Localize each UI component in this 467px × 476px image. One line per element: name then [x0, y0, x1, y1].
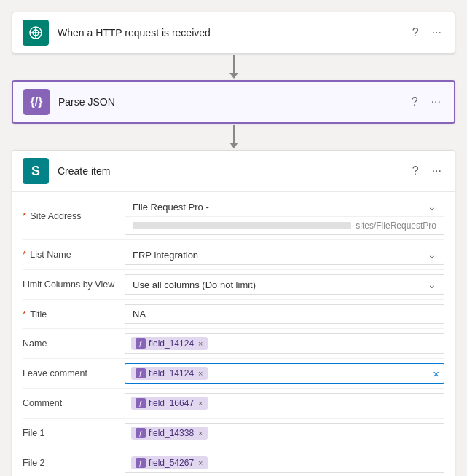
required-star-site: * [23, 211, 26, 221]
leave-comment-label: Leave comment [23, 368, 125, 378]
comment-token-field[interactable]: ƒ field_16647 × [125, 393, 444, 413]
file2-row: File 2 ƒ field_54267 × [23, 448, 444, 476]
name-label: Name [23, 338, 125, 349]
name-field[interactable]: ƒ field_14124 × [125, 333, 444, 354]
site-address-bottom: sites/FileRequestPro [125, 217, 444, 234]
comment-field[interactable]: ƒ field_16647 × [125, 393, 444, 413]
connector-line-2 [233, 125, 235, 143]
comment-token-icon: ƒ [136, 398, 146, 408]
comment-row: Comment ƒ field_16647 × [23, 389, 444, 419]
create-item-actions: ? ··· [409, 163, 444, 179]
file1-field[interactable]: ƒ field_14338 × [125, 423, 444, 443]
comment-token-close[interactable]: × [198, 399, 203, 408]
trigger-icon [23, 20, 49, 46]
file1-token-field[interactable]: ƒ field_14338 × [125, 423, 444, 443]
file2-token-field[interactable]: ƒ field_54267 × [125, 453, 444, 473]
file2-field[interactable]: ƒ field_54267 × [125, 453, 444, 473]
site-address-field[interactable]: File Request Pro - ⌄ sites/FileRequestPr… [125, 197, 444, 235]
limit-columns-dropdown[interactable]: Use all columns (Do not limit) ⌄ [125, 274, 444, 295]
file2-token: ƒ field_54267 × [131, 456, 208, 469]
leave-comment-row: Leave comment ƒ field_14124 × × [23, 359, 444, 389]
title-field[interactable] [125, 304, 444, 324]
parse-json-title: Parse JSON [58, 96, 409, 108]
leave-comment-token-close[interactable]: × [198, 369, 203, 378]
leave-comment-field[interactable]: ƒ field_14124 × × [125, 363, 444, 384]
title-label: * Title [23, 309, 125, 320]
comment-token: ƒ field_16647 × [131, 397, 208, 410]
trigger-help-button[interactable]: ? [409, 25, 422, 41]
comment-label: Comment [23, 398, 125, 408]
name-token-close[interactable]: × [198, 339, 203, 348]
name-token-field[interactable]: ƒ field_14124 × [125, 333, 444, 354]
name-token: ƒ field_14124 × [131, 337, 208, 350]
trigger-title: When a HTTP request is received [58, 27, 409, 39]
site-address-top: File Request Pro - ⌄ [125, 197, 444, 217]
site-address-label: * Site Address [23, 211, 125, 221]
connector-line-1 [233, 55, 235, 73]
file1-token-icon: ƒ [136, 428, 146, 438]
site-address-row: * Site Address File Request Pro - ⌄ site… [23, 192, 444, 240]
list-name-label: * List Name [23, 250, 125, 260]
connector-2 [229, 124, 238, 150]
comment-token-label: field_16647 [149, 398, 194, 408]
connector-1 [229, 54, 238, 80]
limit-columns-label: Limit Columns by View [23, 279, 125, 290]
file2-label: File 2 [23, 458, 125, 468]
leave-comment-clear-button[interactable]: × [433, 368, 439, 380]
name-token-label: field_14124 [149, 338, 194, 349]
list-name-dropdown[interactable]: FRP integration ⌄ [125, 245, 444, 265]
file1-token-label: field_14338 [149, 428, 194, 438]
file1-label: File 1 [23, 428, 125, 438]
flow-container: When a HTTP request is received ? ··· {/… [12, 12, 455, 476]
list-name-row: * List Name FRP integration ⌄ [23, 240, 444, 270]
file2-token-close[interactable]: × [198, 459, 203, 467]
required-star-title: * [23, 309, 26, 320]
parse-json-actions: ? ··· [409, 94, 444, 110]
list-name-field[interactable]: FRP integration ⌄ [125, 245, 444, 265]
name-token-icon: ƒ [136, 338, 146, 349]
trigger-more-button[interactable]: ··· [429, 25, 444, 41]
connector-arrow-1 [229, 73, 238, 79]
create-item-body: * Site Address File Request Pro - ⌄ site… [12, 191, 455, 476]
create-item-card: S Create item ? ··· * Site Address File … [12, 150, 455, 476]
create-item-icon: S [23, 158, 49, 184]
parse-json-help-button[interactable]: ? [409, 94, 421, 110]
trigger-card-header: When a HTTP request is received ? ··· [12, 12, 455, 53]
limit-columns-chevron: ⌄ [428, 279, 436, 290]
required-star-list: * [23, 250, 26, 260]
trigger-actions: ? ··· [409, 25, 444, 41]
leave-comment-token-field[interactable]: ƒ field_14124 × × [125, 363, 444, 384]
file2-token-icon: ƒ [136, 458, 146, 468]
parse-json-card: {/} Parse JSON ? ··· [12, 80, 455, 124]
leave-comment-token-icon: ƒ [136, 368, 146, 378]
title-input[interactable] [125, 304, 444, 324]
create-item-help-button[interactable]: ? [409, 163, 422, 179]
file1-row: File 1 ƒ field_14338 × [23, 419, 444, 448]
limit-columns-field[interactable]: Use all columns (Do not limit) ⌄ [125, 274, 444, 295]
file2-token-label: field_54267 [149, 458, 194, 468]
trigger-card: When a HTTP request is received ? ··· [12, 12, 455, 54]
leave-comment-token: ƒ field_14124 × [131, 367, 208, 380]
title-row: * Title [23, 300, 444, 329]
limit-columns-row: Limit Columns by View Use all columns (D… [23, 270, 444, 300]
file1-token: ƒ field_14338 × [131, 427, 208, 440]
create-item-card-header: S Create item ? ··· [12, 151, 455, 191]
site-address-box[interactable]: File Request Pro - ⌄ sites/FileRequestPr… [125, 197, 444, 235]
parse-json-card-header: {/} Parse JSON ? ··· [13, 82, 454, 122]
leave-comment-token-label: field_14124 [149, 368, 194, 378]
parse-json-more-button[interactable]: ··· [428, 94, 444, 110]
name-row: Name ƒ field_14124 × [23, 329, 444, 359]
site-address-chevron: ⌄ [428, 201, 436, 213]
connector-arrow-2 [229, 143, 238, 148]
list-name-chevron: ⌄ [428, 249, 436, 261]
create-item-title: Create item [58, 165, 409, 177]
parse-json-icon: {/} [23, 89, 50, 115]
create-item-more-button[interactable]: ··· [429, 163, 444, 179]
file1-token-close[interactable]: × [198, 429, 203, 437]
